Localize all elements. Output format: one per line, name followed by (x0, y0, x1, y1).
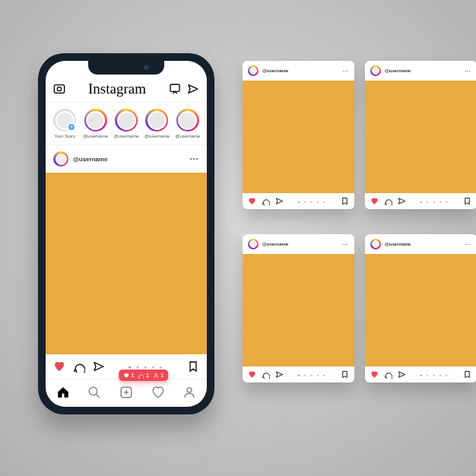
add-story-icon[interactable]: + (67, 122, 76, 132)
post-header: @username ⋯ (365, 61, 476, 81)
story-item[interactable]: @username (82, 109, 108, 138)
post-header: @username ⋯ (46, 145, 207, 173)
post-header: @username ⋯ (243, 234, 354, 254)
share-icon[interactable] (275, 370, 284, 379)
bookmark-icon[interactable] (463, 370, 471, 379)
comment-icon[interactable] (73, 360, 85, 373)
home-tab-icon[interactable] (56, 386, 70, 399)
share-icon[interactable] (93, 360, 105, 373)
post-header: @username ⋯ (365, 234, 476, 254)
post-actions: ● ● ● ● ● (365, 367, 476, 382)
share-icon[interactable] (398, 197, 406, 205)
like-icon[interactable] (248, 197, 256, 205)
bookmark-icon[interactable] (463, 197, 471, 205)
post-username[interactable]: @username (73, 156, 108, 163)
notif-likes-count: 1 (131, 372, 134, 379)
story-label: @username (175, 134, 200, 138)
create-tab-icon[interactable] (119, 386, 133, 399)
story-own[interactable]: + Your Story (52, 109, 78, 138)
post-more-icon[interactable]: ⋯ (465, 241, 471, 248)
carousel-dots: ● ● ● ● ● (289, 199, 335, 204)
carousel-dots: ● ● ● ● ● (411, 199, 458, 204)
post-more-icon[interactable]: ⋯ (465, 68, 471, 75)
carousel-dots: ● ● ● ● ● (113, 364, 179, 370)
like-icon[interactable] (370, 370, 379, 379)
post-image[interactable] (365, 81, 476, 193)
story-item[interactable]: @username (113, 109, 139, 138)
post-image[interactable] (243, 254, 354, 367)
search-tab-icon[interactable] (87, 386, 101, 399)
comment-icon[interactable] (384, 197, 392, 205)
post-username[interactable]: @username (262, 68, 288, 73)
story-label: @username (83, 134, 108, 138)
post-actions: ● ● ● ● ● (365, 193, 476, 209)
carousel-dots: ● ● ● ● ● (411, 373, 458, 377)
carousel-dots: ● ● ● ● ● (289, 373, 335, 377)
notif-followers-count: 1 (160, 372, 163, 379)
app-logo: Instagram (88, 81, 146, 97)
post-actions: ● ● ● ● ● (243, 193, 354, 209)
post-card: @username ⋯ ● ● ● ● ● (243, 234, 354, 382)
like-icon[interactable] (248, 370, 256, 379)
post-more-icon[interactable]: ⋯ (342, 241, 349, 248)
post-username[interactable]: @username (385, 242, 411, 246)
post-actions: ● ● ● ● ● (243, 367, 354, 382)
bookmark-icon[interactable] (341, 197, 349, 205)
post-card: @username ⋯ ● ● ● ● ● (365, 61, 476, 209)
top-bar: Instagram (46, 78, 207, 103)
post-avatar[interactable] (370, 239, 381, 249)
post-card: @username ⋯ ● ● ● ● ● (243, 61, 354, 209)
comment-icon[interactable] (384, 370, 392, 379)
story-label: @username (114, 134, 139, 138)
post-username[interactable]: @username (385, 68, 411, 73)
tab-bar: 1 1 1 (46, 379, 207, 407)
like-icon[interactable] (53, 360, 65, 373)
profile-tab-icon[interactable] (182, 386, 196, 399)
comment-icon[interactable] (262, 197, 270, 205)
camera-icon[interactable] (53, 83, 65, 95)
phone-notch (88, 61, 164, 75)
post-image[interactable] (243, 81, 354, 193)
bookmark-icon[interactable] (341, 370, 349, 379)
post-card: @username ⋯ ● ● ● ● ● (365, 234, 476, 382)
post-more-icon[interactable]: ⋯ (342, 68, 349, 75)
post-avatar[interactable] (248, 65, 259, 76)
comment-icon[interactable] (262, 370, 270, 379)
story-label: @username (144, 134, 170, 138)
post-avatar[interactable] (370, 65, 381, 76)
share-icon[interactable] (275, 197, 284, 205)
share-icon[interactable] (398, 370, 406, 379)
igtv-icon[interactable] (169, 83, 181, 95)
post-header: @username ⋯ (243, 61, 354, 81)
notif-comments-count: 1 (146, 372, 149, 379)
post-more-icon[interactable]: ⋯ (189, 154, 199, 164)
post-image[interactable] (365, 254, 476, 367)
post-avatar[interactable] (53, 151, 68, 167)
post-avatar[interactable] (248, 239, 259, 249)
story-item[interactable]: @username (175, 109, 201, 138)
post-image[interactable] (46, 173, 207, 354)
like-icon[interactable] (370, 197, 379, 205)
post-username[interactable]: @username (262, 242, 288, 246)
phone-screen: Instagram + Your Story @username (46, 61, 207, 407)
story-label: Your Story (54, 134, 75, 138)
direct-message-icon[interactable] (187, 83, 199, 95)
activity-notification[interactable]: 1 1 1 (119, 370, 168, 381)
bookmark-icon[interactable] (187, 360, 199, 373)
stories-row: + Your Story @username @username @userna… (46, 103, 207, 145)
phone-frame: Instagram + Your Story @username (38, 53, 214, 414)
story-item[interactable]: @username (144, 109, 170, 138)
activity-tab-icon[interactable] (151, 386, 165, 399)
